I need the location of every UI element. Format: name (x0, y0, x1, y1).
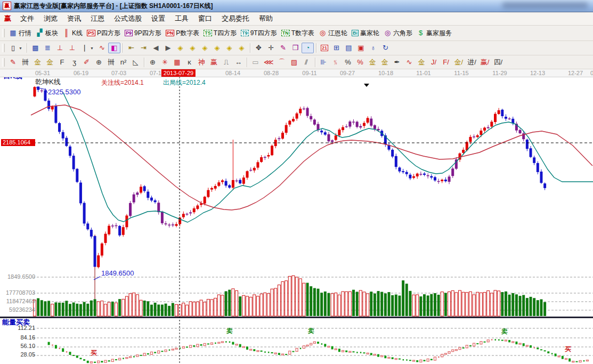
shen-tool-button[interactable]: 神 (196, 57, 208, 68)
menu-item-5[interactable]: 公式选股 (109, 13, 147, 23)
color-histogram-icon: ◧ (110, 44, 118, 52)
gold-circle-button[interactable]: 金 (367, 57, 379, 68)
arc-tool-button[interactable]: ⌒ (276, 57, 288, 68)
color-histogram-button[interactable]: ◧ (108, 43, 120, 53)
parallel-lines-button[interactable]: ⫽ (300, 57, 313, 68)
starburst-button[interactable]: ✳ (159, 57, 171, 68)
set-square-button[interactable]: ◺ (129, 57, 142, 68)
annotate-pen-button[interactable]: ✎ (277, 43, 289, 53)
nav-first-button[interactable]: ⇤ (125, 43, 137, 53)
remote-update-icon: ↻ (381, 44, 389, 52)
t-square-button[interactable]: TST四方形 (201, 28, 239, 39)
jin-angle-line-button[interactable]: 进/ (465, 57, 478, 68)
p-square-button[interactable]: PSP四方形 (85, 28, 123, 39)
menu-item-4[interactable]: 江恩 (86, 13, 109, 23)
wave-tool-button[interactable]: ∿ (403, 57, 416, 68)
n-squared-button[interactable]: n² (117, 57, 129, 68)
percent-button[interactable]: % (342, 57, 354, 68)
diamond-horizontal-button[interactable]: ◈ (199, 43, 211, 53)
market-quotes-button[interactable]: ▦行情 (7, 28, 34, 39)
gray-frame-button[interactable]: ▭ (249, 57, 262, 68)
menu-items: 文件浏览资讯江恩公式选股设置工具窗口交易委托帮助 (15, 14, 278, 23)
brain-pattern-button[interactable]: ◔ (302, 43, 314, 53)
grid-3-chart-button[interactable]: ⊥ (54, 43, 66, 53)
gold-seal-1-button[interactable]: 金 (31, 57, 44, 68)
menu-item-8[interactable]: 窗口 (193, 13, 217, 23)
diamond-full-button[interactable]: ◈ (235, 43, 248, 53)
span-arrows-button[interactable]: ↔ (232, 57, 245, 68)
grid-9-chart-button[interactable]: ⊥ (66, 43, 78, 53)
winner-service-button[interactable]: $赢家服务 (415, 28, 454, 39)
t9-square-icon: T9 (241, 30, 249, 36)
gold-bar-button[interactable]: 金 (379, 57, 391, 68)
pen-red-icon: ✐ (83, 58, 91, 67)
pen-red-button[interactable]: ✐ (80, 57, 93, 68)
sectors-button[interactable]: ▞板块 (34, 28, 60, 39)
zigzag-pattern-button[interactable]: ∿ (96, 43, 108, 53)
f10-report-button[interactable]: ≣ (42, 43, 54, 53)
compass-pen-button[interactable]: ✎ (7, 57, 19, 68)
gann-box-tool-button[interactable]: ❒ (289, 43, 302, 53)
kline-button[interactable]: ║K线 (60, 28, 85, 39)
web-sync-button[interactable]: ♁ (367, 43, 379, 53)
diamond-left-button[interactable]: ◈ (174, 43, 186, 53)
red-grid-box-button[interactable]: ▦ (171, 57, 183, 68)
p-number-table-button[interactable]: PNP数字表 (164, 28, 202, 39)
percent-line-button[interactable]: % (354, 57, 367, 68)
ray-fan-button[interactable]: ⋘ (262, 57, 276, 68)
pan-hand-button[interactable]: ✥ (253, 43, 265, 53)
calculator-button[interactable]: ⊞ (330, 43, 343, 53)
remote-update-button[interactable]: ↻ (379, 43, 392, 53)
menu-item-3[interactable]: 资讯 (62, 13, 86, 23)
xi-angle-line-button[interactable]: 赢/ (478, 57, 492, 68)
date-tick-label: 06-19 (74, 69, 88, 77)
hatch-box-button[interactable]: ▨ (288, 57, 300, 68)
p9-square-button[interactable]: P99P四方形 (123, 28, 164, 39)
pattern-window-button[interactable]: ▩ (29, 43, 42, 53)
menu-item-7[interactable]: 工具 (170, 13, 193, 23)
market-quotes-label: 行情 (19, 29, 31, 38)
p9-square-icon: P9 (125, 30, 133, 36)
nav-next-button[interactable]: ▶ (162, 43, 174, 53)
save-disk-button[interactable]: ▣ (355, 43, 367, 53)
percent-red-button[interactable]: ﹪ (330, 57, 342, 68)
nav-last-button[interactable]: ⇥ (137, 43, 150, 53)
nav-prev-button[interactable]: ◀ (150, 43, 162, 53)
j-angle-line-button[interactable]: J/ (428, 57, 440, 68)
calendar-21-button[interactable]: 21 (319, 44, 330, 52)
diamond-shrink-button[interactable]: ◈ (211, 43, 223, 53)
menu-item-2[interactable]: 浏览 (39, 13, 62, 23)
diamond-right-button[interactable]: ◈ (186, 43, 199, 53)
hexagon-button[interactable]: ◎六角形 (381, 28, 415, 39)
notes-button[interactable]: ▤ (343, 43, 355, 53)
f-ruler-button[interactable]: F (56, 57, 68, 68)
circle-axis-button[interactable]: ⊕ (93, 57, 105, 68)
menu-item-6[interactable]: 设置 (147, 13, 170, 23)
menu-item-10[interactable]: 帮助 (254, 13, 278, 23)
t9-square-button[interactable]: T99T四方形 (239, 28, 279, 39)
scale-ruler-button[interactable]: ⎍ (220, 57, 232, 68)
spiral-tool-button[interactable]: ʒ (68, 57, 80, 68)
kline-style-select-button[interactable]: ▯▼ (7, 43, 25, 53)
menu-item-9[interactable]: 交易委托 (217, 13, 254, 23)
si-angle-line-button[interactable]: 四/ (491, 57, 505, 68)
rail-lines-button[interactable]: 卌 (19, 57, 31, 68)
gold-angle-line-button[interactable]: 金/ (452, 57, 466, 68)
menu-item-1[interactable]: 文件 (15, 13, 39, 23)
gann-wheel-button[interactable]: ◎江恩轮 (316, 28, 350, 39)
gold-seal-2-button[interactable]: 金 (44, 57, 56, 68)
ying-tool-button[interactable]: 赢 (208, 57, 220, 68)
diamond-grow-button[interactable]: ◈ (223, 43, 235, 53)
f-angle-line-button[interactable]: F/ (440, 57, 452, 68)
k-marks-button[interactable]: ĸ (183, 57, 196, 68)
winner-wheel-button[interactable]: Bi赢家轮 (350, 28, 381, 39)
t-number-table-button[interactable]: TNT数字表 (279, 28, 316, 39)
crosshair-button[interactable]: ✛ (265, 43, 277, 53)
gold-seal-3-button[interactable]: 金 (416, 57, 428, 68)
single-kline-button[interactable]: ∣▼ (78, 43, 96, 53)
ink-knife-button[interactable]: ✒ (391, 57, 403, 68)
rail-lines-2-button[interactable]: 卌 (105, 57, 117, 68)
compass-circle-button[interactable]: ⊕ (147, 57, 159, 68)
chart-canvas[interactable] (0, 77, 593, 364)
stat-columns-button[interactable]: ⊪ (318, 57, 330, 68)
